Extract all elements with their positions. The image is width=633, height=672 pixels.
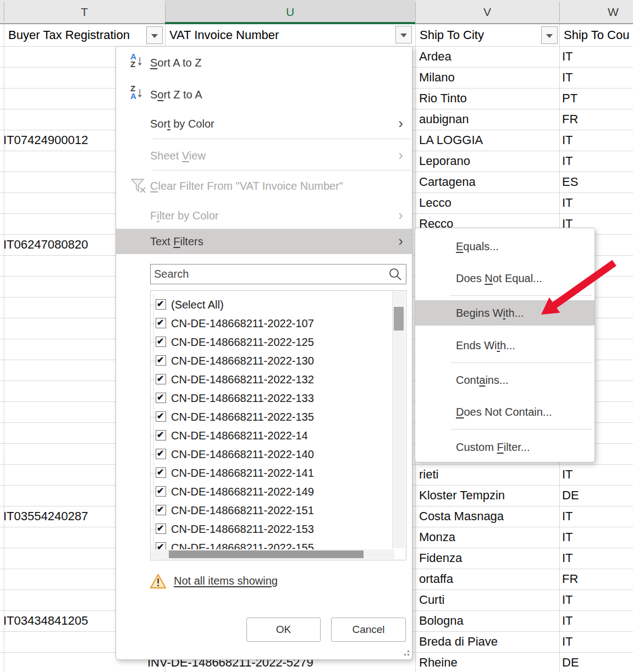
cell-ship-to-country[interactable]: FR: [562, 109, 578, 130]
filter-dropdown-button-U[interactable]: [395, 26, 412, 43]
horizontal-scrollbar[interactable]: [151, 549, 394, 559]
cell-ship-to-city[interactable]: Rio Tinto: [419, 88, 467, 109]
resize-grip[interactable]: [403, 649, 409, 656]
filter-value-item[interactable]: ✔CN-DE-148668211-2022-125: [151, 333, 391, 351]
cell-ship-to-country[interactable]: IT: [562, 590, 573, 610]
cell-buyer-tax-registration[interactable]: IT03434841205: [3, 610, 88, 631]
cell-ship-to-country[interactable]: IT: [562, 506, 573, 527]
cell-ship-to-city[interactable]: Kloster Tempzin: [419, 485, 505, 506]
checkbox[interactable]: ✔: [156, 467, 166, 478]
checkbox[interactable]: ✔: [156, 374, 166, 384]
checkbox[interactable]: ✔: [156, 430, 166, 440]
submenu-item-does-not-equal[interactable]: Does Not Equal...: [415, 266, 595, 291]
checkbox[interactable]: ✔: [156, 393, 166, 403]
cell-ship-to-city[interactable]: Bologna: [419, 610, 464, 631]
submenu-item-custom-filter[interactable]: Custom Filter...: [415, 434, 595, 460]
cell-buyer-tax-registration[interactable]: IT03554240287: [3, 506, 88, 527]
cell-ship-to-city[interactable]: Milano: [419, 67, 455, 88]
column-header-T[interactable]: Buyer Tax Registration: [4, 24, 164, 46]
filter-value-item[interactable]: ✔CN-DE-148668211-2022-153: [151, 520, 391, 538]
cell-ship-to-country[interactable]: FR: [562, 569, 578, 590]
menu-item-sort-z-to-a[interactable]: ZA↓Sort Z to A: [116, 82, 412, 107]
ok-button[interactable]: OK: [246, 618, 321, 642]
vertical-scrollbar-thumb[interactable]: [394, 307, 404, 331]
filter-value-item[interactable]: ✔CN-DE-148668211-2022-135: [151, 407, 391, 426]
filter-value-item[interactable]: ✔CN-DE-148668211-2022-14: [151, 426, 391, 445]
cell-ship-to-city[interactable]: Ardea: [419, 46, 452, 67]
cell-ship-to-city[interactable]: Costa Masnaga: [419, 506, 504, 527]
cell-ship-to-city[interactable]: Curti: [419, 590, 444, 610]
cell-ship-to-country[interactable]: IT: [562, 548, 573, 569]
cell-ship-to-country[interactable]: PT: [562, 88, 577, 109]
cell-ship-to-country[interactable]: IT: [562, 527, 573, 548]
submenu-item-does-not-contain[interactable]: Does Not Contain...: [415, 399, 595, 425]
checkbox[interactable]: ✔: [156, 299, 166, 310]
cell-ship-to-country[interactable]: ES: [562, 172, 578, 192]
filter-value-item[interactable]: ✔CN-DE-148668211-2022-133: [151, 389, 391, 407]
cell-ship-to-country[interactable]: IT: [562, 151, 573, 172]
cell-ship-to-city[interactable]: Leporano: [419, 151, 470, 172]
cell-ship-to-country[interactable]: IT: [562, 464, 573, 485]
checkbox[interactable]: ✔: [156, 505, 166, 515]
filter-value-item[interactable]: ✔CN-DE-148668211-2022-141: [151, 464, 391, 482]
cell-ship-to-country[interactable]: IT: [562, 130, 573, 151]
filter-value-item[interactable]: ✔CN-DE-148668211-2022-132: [151, 370, 391, 389]
menu-item-sort-by-color[interactable]: Sort by Color›: [116, 111, 412, 136]
cell-ship-to-city[interactable]: aubignan: [419, 109, 469, 130]
filter-value-item[interactable]: ✔CN-DE-148668211-2022-151: [151, 501, 391, 520]
filter-value-item[interactable]: ✔CN-DE-148668211-2022-140: [151, 445, 391, 464]
checkbox[interactable]: ✔: [156, 337, 166, 347]
filter-dropdown-button-V[interactable]: [541, 26, 558, 44]
column-header-W[interactable]: Ship To Cou: [560, 24, 633, 46]
cell-ship-to-city[interactable]: rieti: [419, 464, 438, 485]
submenu-item-begins-with[interactable]: Begins With...: [415, 300, 595, 326]
checkbox[interactable]: ✔: [156, 318, 166, 328]
menu-item-sheet-view: Sheet View›: [116, 143, 412, 168]
submenu-item-contains[interactable]: Contains...: [415, 367, 595, 393]
search-input[interactable]: [153, 266, 386, 283]
column-letter-T[interactable]: T: [4, 0, 165, 23]
cell-ship-to-country[interactable]: IT: [562, 610, 573, 631]
checkbox[interactable]: ✔: [156, 411, 166, 422]
checkbox[interactable]: ✔: [156, 486, 166, 497]
cell-ship-to-country[interactable]: IT: [562, 192, 573, 213]
cell-ship-to-country[interactable]: IT: [562, 46, 573, 67]
submenu-item-equals[interactable]: Equals...: [415, 234, 595, 259]
checkbox[interactable]: ✔: [156, 524, 166, 534]
submenu-item-ends-with[interactable]: Ends With...: [415, 333, 595, 358]
column-letter-W[interactable]: W: [559, 0, 633, 23]
cancel-button[interactable]: Cancel: [331, 618, 406, 642]
not-all-items-showing-link[interactable]: Not all items showing: [174, 575, 278, 587]
cell-ship-to-city[interactable]: Breda di Piave: [419, 631, 498, 652]
column-letter-V[interactable]: V: [415, 0, 559, 23]
menu-item-sort-a-to-z[interactable]: AZ↓Sort A to Z: [116, 50, 412, 75]
checkbox[interactable]: ✔: [156, 449, 166, 459]
filter-value-item[interactable]: ✔CN-DE-148668211-2022-130: [151, 351, 391, 370]
cell-ship-to-country[interactable]: DE: [562, 652, 579, 672]
cell-ship-to-city[interactable]: ortaffa: [419, 569, 453, 590]
submenu-separator: [450, 362, 592, 363]
cell-ship-to-country[interactable]: DE: [562, 485, 579, 506]
cell-ship-to-country[interactable]: IT: [562, 631, 573, 652]
column-letter-U[interactable]: U: [165, 0, 415, 23]
cell-ship-to-city[interactable]: Rheine: [419, 652, 458, 672]
cell-ship-to-city[interactable]: Fidenza: [419, 548, 462, 569]
filter-value-item[interactable]: ✔CN-DE-148668211-2022-107: [151, 314, 391, 333]
checkbox[interactable]: ✔: [156, 355, 166, 366]
cell-ship-to-city[interactable]: Monza: [419, 527, 455, 548]
filter-value-item[interactable]: ✔CN-DE-148668211-2022-149: [151, 482, 391, 501]
cell-buyer-tax-registration[interactable]: IT06247080820: [3, 234, 88, 255]
cell-ship-to-city[interactable]: Lecco: [419, 192, 452, 213]
column-header-U[interactable]: VAT Invoice Number: [166, 24, 415, 46]
filter-value-item[interactable]: ✔(Select All): [151, 295, 391, 314]
horizontal-scrollbar-thumb[interactable]: [169, 550, 364, 558]
column-header-V[interactable]: Ship To City: [416, 24, 559, 46]
cell-buyer-tax-registration[interactable]: IT07424900012: [3, 130, 88, 151]
cell-ship-to-city[interactable]: Cartagena: [419, 172, 476, 192]
vertical-scrollbar[interactable]: [392, 291, 405, 548]
menu-item-text-filters[interactable]: Text Filters›: [116, 229, 412, 254]
cell-ship-to-country[interactable]: IT: [562, 67, 573, 88]
cell-ship-to-city[interactable]: LA LOGGIA: [419, 130, 483, 151]
filter-dropdown-button-T[interactable]: [146, 26, 163, 44]
tree-guide-stub: [151, 379, 156, 380]
